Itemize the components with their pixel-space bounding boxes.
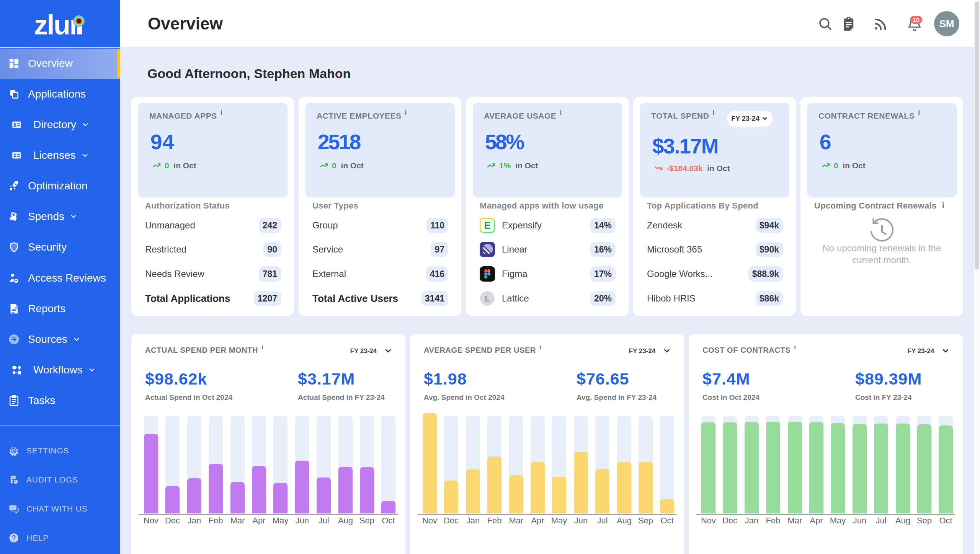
svg-text:L: L <box>485 294 490 303</box>
svg-text:E: E <box>484 220 491 231</box>
